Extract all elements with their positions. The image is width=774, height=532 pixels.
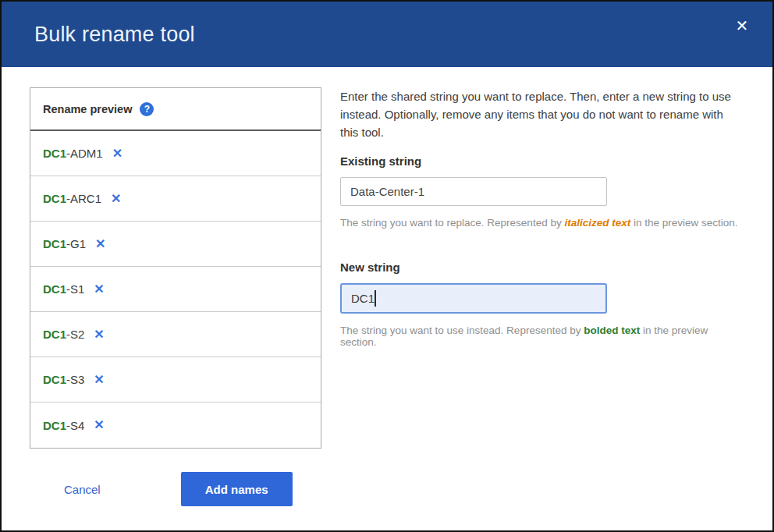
rename-preview-panel: Rename preview ? DC1-ADM1 ✕ DC1-ARC1 ✕ (30, 87, 321, 449)
preview-row: DC1-ARC1 ✕ (30, 176, 321, 222)
remove-item-icon[interactable]: ✕ (94, 419, 104, 431)
remove-item-icon[interactable]: ✕ (94, 328, 104, 341)
preview-row: DC1-S3 ✕ (30, 357, 321, 403)
new-string-label: New string (340, 261, 741, 274)
node-name: DC1-S4 (43, 419, 84, 432)
node-name-new-part: DC1 (43, 282, 66, 296)
preview-row: DC1-ADM1 ✕ (30, 131, 321, 176)
node-name-rest: -S3 (66, 373, 84, 386)
existing-string-label: Existing string (340, 154, 741, 168)
node-name-new-part: DC1 (43, 328, 66, 341)
remove-item-icon[interactable]: ✕ (94, 374, 104, 386)
new-string-helper: The string you want to use instead. Repr… (340, 325, 741, 348)
helper-text: The string you want to use instead. Repr… (340, 325, 584, 336)
preview-row: DC1-G1 ✕ (30, 222, 321, 267)
node-name: DC1-S3 (43, 373, 84, 386)
new-string-input[interactable] (340, 283, 607, 314)
existing-string-field-wrap (340, 177, 607, 206)
remove-item-icon[interactable]: ✕ (95, 238, 105, 250)
preview-row: DC1-S1 ✕ (30, 267, 321, 312)
preview-row: DC1-S4 ✕ (30, 403, 321, 448)
node-name-rest: -G1 (66, 237, 86, 250)
dialog-actions: Cancel Add names (64, 472, 321, 506)
node-name: DC1-G1 (43, 237, 86, 250)
form-column: Enter the shared string you want to repl… (340, 87, 741, 506)
remove-item-icon[interactable]: ✕ (94, 283, 104, 296)
dialog-title: Bulk rename tool (34, 23, 195, 47)
node-name-new-part: DC1 (43, 419, 66, 432)
remove-item-icon[interactable]: ✕ (112, 147, 122, 160)
node-name: DC1-ADM1 (43, 147, 103, 160)
instructions-text: Enter the shared string you want to repl… (340, 87, 741, 141)
remove-item-icon[interactable]: ✕ (111, 193, 121, 205)
preview-row: DC1-S2 ✕ (30, 312, 321, 357)
dialog-body: Rename preview ? DC1-ADM1 ✕ DC1-ARC1 ✕ (2, 67, 772, 506)
node-name-new-part: DC1 (43, 192, 66, 205)
node-name: DC1-S1 (43, 282, 84, 296)
preview-header: Rename preview ? (30, 88, 321, 131)
preview-title: Rename preview (43, 103, 132, 115)
node-name: DC1-ARC1 (43, 192, 101, 205)
add-names-button[interactable]: Add names (181, 472, 293, 506)
dialog-header: Bulk rename tool ✕ (2, 2, 772, 67)
node-name-new-part: DC1 (43, 373, 66, 386)
existing-string-input[interactable] (340, 177, 607, 206)
node-name-new-part: DC1 (43, 237, 66, 250)
new-string-field-wrap (340, 283, 607, 314)
node-name-rest: -S4 (66, 419, 84, 432)
preview-list: DC1-ADM1 ✕ DC1-ARC1 ✕ DC1-G1 ✕ (30, 131, 321, 448)
bolded-text-highlight: bolded text (584, 325, 640, 336)
node-name: DC1-S2 (43, 328, 84, 341)
close-icon[interactable]: ✕ (730, 14, 754, 37)
node-name-rest: -S2 (66, 328, 84, 341)
bulk-rename-dialog: Bulk rename tool ✕ Rename preview ? DC1-… (0, 0, 774, 532)
help-icon[interactable]: ? (140, 102, 154, 116)
node-name-rest: -ARC1 (66, 192, 101, 205)
helper-text: in the preview section. (630, 217, 737, 229)
node-name-rest: -ADM1 (66, 147, 103, 160)
cancel-button[interactable]: Cancel (64, 483, 101, 496)
existing-string-helper: The string you want to replace. Represen… (340, 217, 741, 229)
preview-column: Rename preview ? DC1-ADM1 ✕ DC1-ARC1 ✕ (30, 87, 321, 506)
italicized-text-highlight: italicized text (564, 217, 630, 229)
node-name-rest: -S1 (66, 282, 84, 296)
node-name-new-part: DC1 (43, 147, 66, 160)
helper-text: The string you want to replace. Represen… (340, 217, 564, 229)
